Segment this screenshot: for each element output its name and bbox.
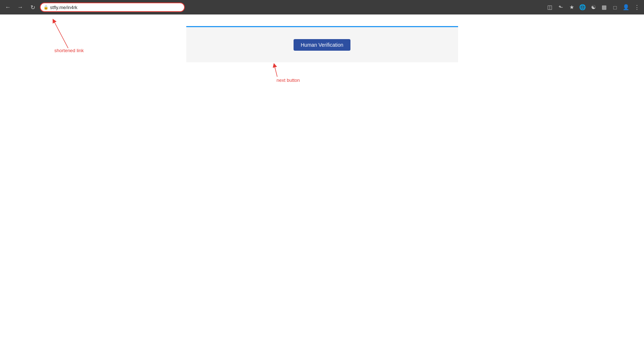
svg-text:shortened link: shortened link: [54, 48, 84, 53]
menu-icon[interactable]: ⋮: [632, 3, 641, 12]
profile-icon[interactable]: 👤: [622, 3, 630, 12]
translate-icon[interactable]: 🌐: [578, 3, 587, 12]
forward-button[interactable]: →: [15, 2, 25, 12]
toolbar-right: ◫ ⬑ ★ 🌐 ☯ ▩ □ 👤 ⋮: [545, 3, 641, 12]
svg-line-2: [274, 65, 277, 77]
browser-chrome: ← → ↻ 🔒 stfly.me/in4rk ◫ ⬑ ★ 🌐 ☯ ▩ □ 👤 ⋮: [0, 0, 644, 14]
cast-icon[interactable]: ◫: [545, 3, 554, 12]
address-bar[interactable]: 🔒 stfly.me/in4rk: [40, 3, 185, 12]
page-body: Human Verification shortened link next b…: [0, 14, 644, 340]
svg-text:next button: next button: [277, 77, 300, 83]
bookmark-icon[interactable]: ★: [567, 3, 576, 12]
human-verification-button[interactable]: Human Verification: [294, 39, 351, 51]
lock-icon: 🔒: [43, 5, 49, 10]
extensions-icon[interactable]: ☯: [589, 3, 598, 12]
content-area: Human Verification: [186, 26, 458, 62]
media-icon[interactable]: ▩: [600, 3, 608, 12]
back-button[interactable]: ←: [3, 2, 13, 12]
window-icon[interactable]: □: [611, 3, 619, 12]
reload-button[interactable]: ↻: [28, 2, 38, 12]
svg-line-0: [54, 21, 68, 48]
share-icon[interactable]: ⬑: [556, 3, 565, 12]
url-text: stfly.me/in4rk: [50, 5, 78, 10]
annotations-overlay: shortened link next button: [0, 14, 644, 340]
